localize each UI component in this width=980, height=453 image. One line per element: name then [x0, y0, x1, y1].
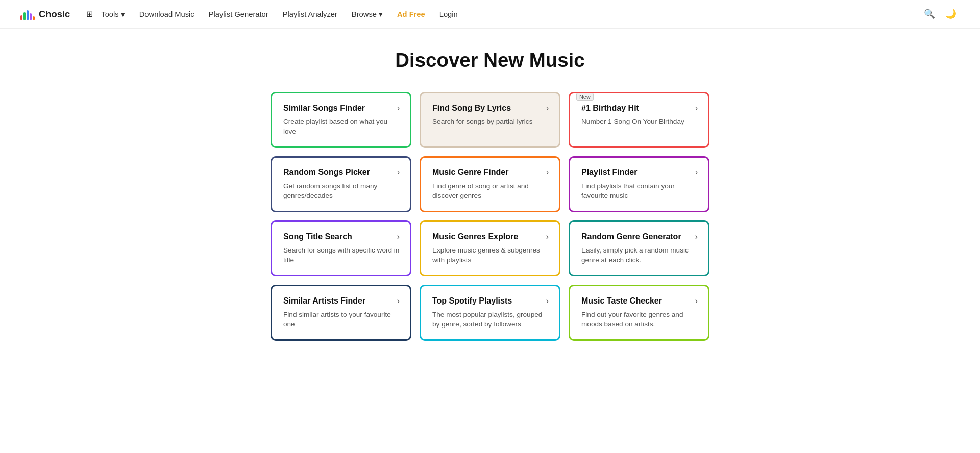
dark-mode-button[interactable]: 🌙: [942, 6, 960, 22]
card-arrow-random-songs-picker: ›: [397, 168, 400, 177]
card-desc-music-taste-checker: Find out your favorite genres and moods …: [581, 310, 698, 329]
nav-browse[interactable]: Browse ▾: [346, 7, 389, 21]
nav-login[interactable]: Login: [433, 7, 464, 21]
card-title-similar-artists-finder: Similar Artists Finder: [283, 296, 365, 306]
card-desc-music-genres-explore: Explore music genres & subgenres with pl…: [432, 245, 549, 265]
card-arrow-similar-artists-finder: ›: [397, 296, 400, 306]
card-header-similar-songs-finder: Similar Songs Finder ›: [283, 104, 400, 113]
card-arrow-song-title-search: ›: [397, 232, 400, 241]
card-arrow-birthday-hit: ›: [695, 104, 698, 113]
card-arrow-playlist-finder: ›: [695, 168, 698, 177]
logo-bar-2: [23, 12, 26, 20]
card-playlist-finder[interactable]: Playlist Finder › Find playlists that co…: [569, 156, 709, 212]
card-music-taste-checker[interactable]: Music Taste Checker › Find out your favo…: [569, 285, 709, 341]
card-desc-random-genre-generator: Easily, simply pick a random music genre…: [581, 245, 698, 265]
card-title-music-genres-explore: Music Genres Explore: [432, 232, 518, 241]
chevron-down-icon: ▾: [379, 10, 383, 18]
card-arrow-top-spotify-playlists: ›: [546, 296, 549, 306]
card-similar-songs-finder[interactable]: Similar Songs Finder › Create playlist b…: [271, 92, 411, 148]
card-header-playlist-finder: Playlist Finder ›: [581, 168, 698, 177]
card-title-random-songs-picker: Random Songs Picker: [283, 168, 370, 177]
card-title-music-taste-checker: Music Taste Checker: [581, 296, 662, 306]
card-arrow-music-taste-checker: ›: [695, 296, 698, 306]
card-desc-random-songs-picker: Get random songs list of many genres/dec…: [283, 181, 400, 200]
card-arrow-similar-songs-finder: ›: [397, 104, 400, 113]
card-desc-birthday-hit: Number 1 Song On Your Birthday: [581, 117, 698, 127]
card-header-find-song-by-lyrics: Find Song By Lyrics ›: [432, 104, 549, 113]
card-desc-song-title-search: Search for songs with specific word in t…: [283, 245, 400, 265]
card-top-spotify-playlists[interactable]: Top Spotify Playlists › The most popular…: [420, 285, 560, 341]
card-random-genre-generator[interactable]: Random Genre Generator › Easily, simply …: [569, 220, 709, 276]
logo-bar-5: [33, 16, 35, 20]
card-music-genre-finder[interactable]: Music Genre Finder › Find genre of song …: [420, 156, 560, 212]
nav-download-music[interactable]: Download Music: [133, 7, 201, 21]
card-desc-top-spotify-playlists: The most popular playlists, grouped by g…: [432, 310, 549, 329]
card-arrow-find-song-by-lyrics: ›: [546, 104, 549, 113]
card-similar-artists-finder[interactable]: Similar Artists Finder › Find similar ar…: [271, 285, 411, 341]
nav-playlist-generator[interactable]: Playlist Generator: [203, 7, 275, 21]
nav-playlist-analyzer[interactable]: Playlist Analyzer: [277, 7, 344, 21]
page-title: Discover New Music: [271, 49, 709, 71]
card-birthday-hit[interactable]: New #1 Birthday Hit › Number 1 Song On Y…: [569, 92, 709, 148]
main-content: Discover New Music Similar Songs Finder …: [260, 29, 720, 371]
nav-ad-free[interactable]: Ad Free: [391, 7, 431, 21]
card-header-music-taste-checker: Music Taste Checker ›: [581, 296, 698, 306]
card-song-title-search[interactable]: Song Title Search › Search for songs wit…: [271, 220, 411, 276]
logo-bar-4: [30, 13, 32, 20]
card-header-similar-artists-finder: Similar Artists Finder ›: [283, 296, 400, 306]
navbar: Chosic ⊞ Tools ▾ Download Music Playlist…: [0, 0, 980, 29]
card-arrow-random-genre-generator: ›: [695, 232, 698, 241]
card-header-top-spotify-playlists: Top Spotify Playlists ›: [432, 296, 549, 306]
card-header-song-title-search: Song Title Search ›: [283, 232, 400, 241]
card-desc-similar-songs-finder: Create playlist based on what you love: [283, 117, 400, 136]
card-header-music-genres-explore: Music Genres Explore ›: [432, 232, 549, 241]
nav-tools[interactable]: Tools ▾: [95, 7, 131, 21]
card-header-music-genre-finder: Music Genre Finder ›: [432, 168, 549, 177]
logo-bar-3: [27, 10, 29, 20]
logo-bar-1: [20, 15, 22, 20]
card-header-random-genre-generator: Random Genre Generator ›: [581, 232, 698, 241]
card-title-top-spotify-playlists: Top Spotify Playlists: [432, 296, 512, 306]
card-random-songs-picker[interactable]: Random Songs Picker › Get random songs l…: [271, 156, 411, 212]
logo[interactable]: Chosic: [20, 8, 70, 20]
card-arrow-music-genres-explore: ›: [546, 232, 549, 241]
card-music-genres-explore[interactable]: Music Genres Explore › Explore music gen…: [420, 220, 560, 276]
card-desc-playlist-finder: Find playlists that contain your favouri…: [581, 181, 698, 200]
nav-right: 🔍 🌙: [921, 6, 960, 22]
card-title-random-genre-generator: Random Genre Generator: [581, 232, 681, 241]
card-title-song-title-search: Song Title Search: [283, 232, 352, 241]
card-title-music-genre-finder: Music Genre Finder: [432, 168, 508, 177]
logo-icon: [20, 8, 35, 20]
card-header-birthday-hit: #1 Birthday Hit ›: [581, 104, 698, 113]
card-desc-find-song-by-lyrics: Search for songs by partial lyrics: [432, 117, 549, 127]
card-header-random-songs-picker: Random Songs Picker ›: [283, 168, 400, 177]
logo-text: Chosic: [39, 9, 70, 20]
card-desc-music-genre-finder: Find genre of song or artist and discove…: [432, 181, 549, 200]
card-badge-birthday-hit: New: [576, 93, 594, 101]
nav-links: ⊞ Tools ▾ Download Music Playlist Genera…: [86, 7, 921, 21]
card-arrow-music-genre-finder: ›: [546, 168, 549, 177]
chevron-down-icon: ▾: [121, 10, 125, 18]
card-title-similar-songs-finder: Similar Songs Finder: [283, 104, 365, 113]
cards-grid: Similar Songs Finder › Create playlist b…: [271, 92, 709, 341]
grid-icon: ⊞: [86, 9, 93, 19]
card-desc-similar-artists-finder: Find similar artists to your favourite o…: [283, 310, 400, 329]
card-title-find-song-by-lyrics: Find Song By Lyrics: [432, 104, 511, 113]
search-button[interactable]: 🔍: [921, 6, 938, 22]
card-title-playlist-finder: Playlist Finder: [581, 168, 637, 177]
card-find-song-by-lyrics[interactable]: Find Song By Lyrics › Search for songs b…: [420, 92, 560, 148]
card-title-birthday-hit: #1 Birthday Hit: [581, 104, 639, 113]
